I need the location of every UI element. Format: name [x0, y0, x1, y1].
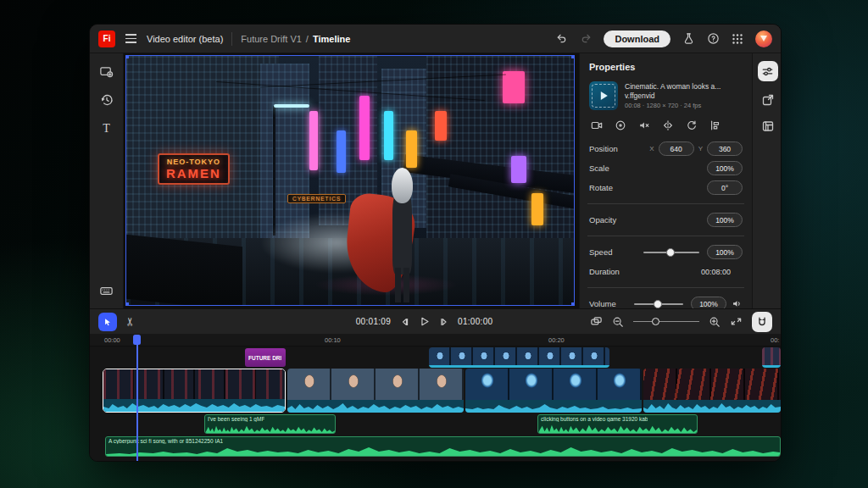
media-icon[interactable] — [99, 64, 114, 79]
apps-grid-icon[interactable] — [731, 32, 744, 46]
clip-meta: 00:08 · 1280 × 720 · 24 fps — [625, 102, 743, 109]
rotate-input[interactable]: 0° — [707, 180, 743, 195]
video-clip-3[interactable] — [465, 369, 642, 413]
ruler-tick: 00:10 — [325, 336, 341, 344]
redo-icon[interactable] — [579, 32, 593, 46]
video-preview[interactable]: NEO-TOKYO RAMEN CYBERNETICS — [125, 55, 575, 306]
cut-tool-icon[interactable]: ✂ — [124, 317, 136, 326]
sliders-icon — [761, 65, 774, 78]
export-share-icon[interactable] — [760, 92, 776, 108]
loop-icon[interactable] — [615, 119, 626, 131]
speed-slider[interactable] — [643, 247, 699, 258]
neon-sign-purple — [511, 156, 526, 183]
breadcrumb-separator: / — [306, 34, 309, 44]
beaker-icon[interactable] — [682, 32, 695, 46]
firefly-logo[interactable]: Fi — [98, 30, 115, 47]
timeline-zoom-slider[interactable] — [633, 317, 699, 327]
current-time: 00:01:09 — [356, 317, 391, 326]
desktop-background: Fi Video editor (beta) Future Drift V1 /… — [0, 0, 868, 488]
timeline[interactable]: 00:00 00:10 00:20 00: FUTURE DRI — [90, 334, 781, 461]
selected-clip-card[interactable]: Cinematic. A woman looks a... v.ffgenvid… — [589, 81, 743, 110]
mute-icon[interactable] — [638, 119, 650, 131]
download-button[interactable]: Download — [604, 30, 670, 47]
video-clip-2[interactable] — [287, 369, 464, 413]
selection-handle-bl[interactable] — [125, 302, 129, 306]
refresh-icon[interactable] — [686, 119, 698, 131]
sfx-clip-2[interactable]: clicking buttons on a video game 31920 k… — [537, 414, 698, 434]
zoom-in-icon[interactable] — [709, 316, 721, 328]
account-avatar[interactable] — [755, 30, 772, 47]
speaker-icon[interactable] — [732, 298, 743, 308]
cybernetics-sign: CYBERNETICS — [287, 194, 346, 203]
reorder-icon[interactable] — [709, 119, 721, 131]
title-clip[interactable]: FUTURE DRI — [245, 348, 286, 367]
hamburger-menu-icon[interactable] — [124, 32, 138, 45]
overlay-video-clip[interactable] — [429, 347, 609, 368]
frame-forward-icon[interactable] — [438, 316, 450, 328]
position-label: Position — [589, 144, 618, 153]
flip-icon[interactable] — [662, 119, 674, 131]
ramen-sign-bottom-text: RAMEN — [166, 166, 221, 180]
duration-value: 00:08:00 — [701, 268, 731, 276]
app-title: Video editor (beta) — [147, 34, 223, 44]
woman-with-red-cape — [370, 168, 433, 302]
fit-timeline-icon[interactable] — [730, 315, 743, 328]
neon-sign-cyan — [384, 111, 394, 161]
sfx-clip-1-label: I've been seeing 1 gMF — [208, 416, 264, 422]
play-button-icon[interactable] — [418, 315, 431, 328]
magnet-icon — [756, 316, 768, 328]
video-clip-1-selected[interactable] — [103, 369, 286, 413]
playhead-handle[interactable] — [133, 335, 141, 345]
keyboard-shortcuts-icon[interactable] — [99, 283, 114, 298]
volume-slider[interactable] — [634, 298, 683, 309]
neon-sign-red — [435, 111, 447, 141]
select-tool-button[interactable] — [98, 313, 117, 331]
opacity-row: Opacity 100% — [589, 210, 743, 230]
snap-toggle-active[interactable] — [752, 312, 772, 332]
clip-action-icons — [591, 119, 741, 131]
media-library-icon[interactable] — [760, 119, 776, 134]
app-window: Fi Video editor (beta) Future Drift V1 /… — [89, 24, 782, 462]
sfx-clip-1[interactable]: I've been seeing 1 gMF — [204, 414, 336, 434]
speed-input[interactable]: 100% — [707, 245, 743, 259]
rotate-row: Rotate 0° — [589, 178, 743, 197]
undo-icon[interactable] — [554, 32, 568, 46]
track-options-icon[interactable] — [590, 315, 603, 328]
left-toolbar: T — [90, 53, 124, 308]
position-row: Position X 640 Y 360 — [589, 139, 743, 158]
duration-row: Duration 00:08:00 — [589, 262, 743, 281]
timeline-toolbar: ✂ 00:01:09 01:00:00 — [90, 308, 781, 334]
top-bar: Fi Video editor (beta) Future Drift V1 /… — [90, 25, 781, 53]
text-tool-icon[interactable]: T — [99, 121, 114, 136]
playhead-line[interactable] — [136, 336, 138, 461]
clip-thumbnail — [589, 81, 618, 110]
video-clip-4[interactable] — [643, 369, 781, 413]
preview-area: NEO-TOKYO RAMEN CYBERNETICS — [124, 53, 579, 308]
frame-back-icon[interactable] — [398, 316, 410, 328]
properties-title: Properties — [589, 62, 743, 72]
zoom-out-icon[interactable] — [612, 316, 624, 328]
history-clock-icon[interactable] — [99, 92, 114, 108]
neon-sign-orange-2 — [531, 193, 543, 225]
position-y-input[interactable]: 360 — [707, 141, 743, 156]
timeline-ruler[interactable]: 00:00 00:10 00:20 00: — [90, 334, 781, 347]
help-icon[interactable] — [706, 32, 720, 46]
ruler-tick: 00:20 — [548, 336, 565, 344]
selection-handle-tl[interactable] — [125, 55, 129, 58]
volume-input[interactable]: 100% — [691, 297, 726, 308]
breadcrumb-page: Timeline — [313, 34, 350, 44]
selection-handle-br[interactable] — [571, 302, 575, 306]
play-glyph-icon — [601, 92, 608, 100]
end-time: 01:00:00 — [458, 317, 492, 326]
selection-handle-tr[interactable] — [571, 55, 575, 58]
breadcrumb-project[interactable]: Future Drift V1 — [241, 34, 302, 44]
camera-icon[interactable] — [591, 119, 603, 131]
scale-input[interactable]: 100% — [707, 161, 743, 175]
position-x-input[interactable]: 640 — [659, 141, 694, 156]
rotate-label: Rotate — [589, 183, 613, 192]
opacity-input[interactable]: 100% — [707, 213, 743, 227]
music-clip[interactable]: A cyberpunk sci fi song, with or 8512422… — [105, 436, 781, 457]
divider — [231, 32, 232, 46]
properties-tab-active[interactable] — [758, 61, 778, 81]
overlay-video-clip-partial[interactable] — [762, 347, 781, 368]
